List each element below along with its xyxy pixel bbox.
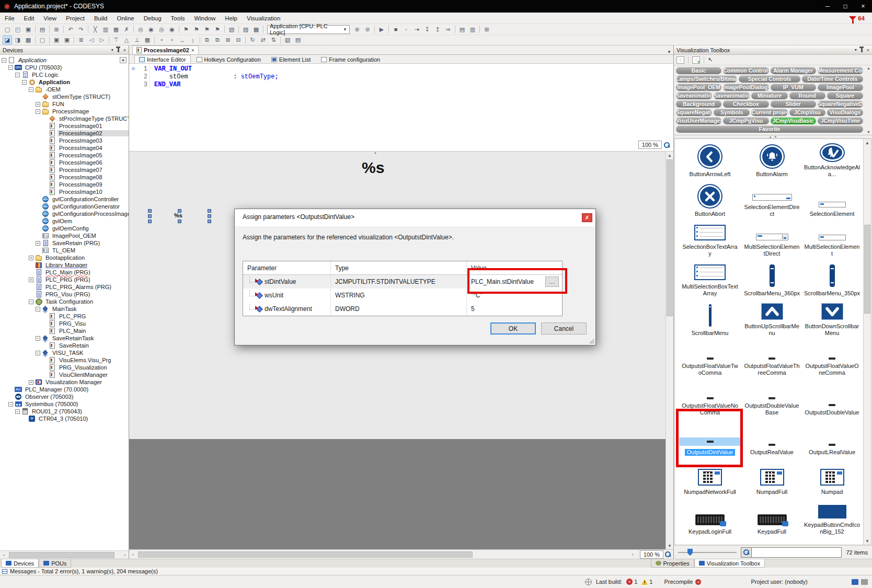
toolbox-item-selectionelementdirect[interactable]: SelectionElementDirect bbox=[742, 182, 802, 222]
print-icon[interactable]: ▤ bbox=[38, 25, 47, 34]
tree-item-imagepool-oem[interactable]: ImagePool_OEM bbox=[0, 232, 129, 239]
toolbox-item-numpad[interactable]: Numpad bbox=[802, 460, 862, 500]
tree-item-gvlconfigurationcontroller[interactable]: gvlConfigurationController bbox=[0, 195, 129, 203]
bottom-tab-visualization-toolbox[interactable]: Visualization Toolbox bbox=[694, 559, 765, 568]
delete-icon[interactable]: ✗ bbox=[122, 25, 131, 34]
stop-icon[interactable]: ■ bbox=[391, 25, 400, 34]
scroll-left-icon[interactable]: ‹ bbox=[129, 551, 137, 558]
ungroup-icon[interactable]: ▣ bbox=[62, 36, 72, 44]
parameter-row[interactable]: wsUnitWSTRING"°C" bbox=[243, 289, 562, 302]
flip-h-icon[interactable]: ⇄ bbox=[258, 36, 268, 44]
category-squarenegativegrey[interactable]: SquareNegativeGrey bbox=[676, 109, 712, 116]
tree-item-task-configuration[interactable]: −Task Configuration bbox=[0, 298, 129, 305]
tree-item-processimage08[interactable]: ProcessImage08 bbox=[0, 174, 129, 181]
panel-menu-icon[interactable]: ▾ bbox=[855, 48, 857, 52]
toolbox-item-buttondownscrollbarmenu[interactable]: ButtonDownScrollbarMenu bbox=[802, 301, 862, 341]
logout-icon[interactable]: ⊘ bbox=[363, 25, 372, 34]
toolbox-item-partial[interactable] bbox=[742, 539, 802, 545]
category-square[interactable]: Square bbox=[827, 92, 863, 99]
parameter-value[interactable]: "°C" bbox=[467, 289, 562, 302]
menu-item-build[interactable]: Build bbox=[89, 15, 112, 21]
toolbox-item-numpadnetworkfull[interactable]: NumpadNetworkFull bbox=[678, 460, 742, 500]
start-icon[interactable]: ▶ bbox=[377, 25, 386, 34]
tree-item-visualization-manager[interactable]: +Visualization Manager bbox=[0, 378, 129, 386]
save-icon[interactable]: ▣ bbox=[24, 25, 33, 34]
subtab-frame-configuration[interactable]: Frame configuration bbox=[316, 55, 385, 63]
expand-icon[interactable]: + bbox=[36, 102, 40, 107]
step-out-icon[interactable]: ↥ bbox=[433, 25, 442, 34]
tree-item-plc-prg-prg-[interactable]: +PLC_PRG (PRG) bbox=[0, 276, 129, 283]
subtab-hotkeys-configuration[interactable]: Hotkeys Configuration bbox=[192, 55, 266, 63]
order-front-icon[interactable]: ⧉ bbox=[202, 36, 212, 44]
clear-bookmarks-icon[interactable]: ⚑ bbox=[213, 25, 222, 34]
tree-item-processimage01[interactable]: ProcessImage01 bbox=[0, 122, 129, 130]
replace-in-project-icon[interactable]: ◉ bbox=[167, 25, 177, 34]
icon-size-slider[interactable] bbox=[678, 549, 737, 556]
next-bookmark-icon[interactable]: ⚑ bbox=[202, 25, 212, 34]
bottom-tab-properties[interactable]: Properties bbox=[651, 559, 694, 568]
ok-button[interactable]: OK bbox=[490, 322, 536, 335]
visu-pan-icon[interactable]: ◨ bbox=[13, 36, 22, 44]
toolbox-item-selectionboxtextarray[interactable]: SelectionBoxTextArray bbox=[678, 222, 742, 261]
tree-item-plc-main[interactable]: PLC_Main bbox=[0, 327, 129, 335]
category-slider[interactable]: Slider bbox=[771, 100, 816, 108]
toolbox-item-scrollbarmenu-350px[interactable]: ScrollbarMenu_350px bbox=[802, 261, 862, 301]
toolbox-item-multiselectionelementdirect[interactable]: MultiSelectionElementDirect bbox=[742, 222, 802, 261]
tree-item-prg-visu[interactable]: PRG_Visu bbox=[0, 320, 129, 327]
messages-bar[interactable]: Messages - Total 2 error(s), 1 warning(s… bbox=[0, 568, 872, 575]
category-current-project[interactable]: Current project bbox=[751, 109, 787, 116]
toolbox-item-outputstdoublevalue[interactable]: OutputstDoubleValue bbox=[802, 381, 862, 420]
category-round[interactable]: Round bbox=[789, 92, 825, 99]
category-visuusermanagement[interactable]: VisuUserManagement bbox=[676, 117, 721, 124]
category-alarm-manager[interactable]: Alarm Manager bbox=[771, 67, 816, 74]
toolbox-item-outputlrealvalue[interactable]: OutputLRealValue bbox=[802, 420, 862, 460]
collapse-icon[interactable]: − bbox=[29, 87, 33, 92]
open-file-icon[interactable]: ◰ bbox=[13, 25, 22, 34]
tree-item-processimage05[interactable]: ProcessImage05 bbox=[0, 152, 129, 159]
category-visudialogs[interactable]: VisuDialogs bbox=[827, 109, 863, 116]
toolbox-item-buttonacknowledgeala-[interactable]: ButtonAcknowledgeAla... bbox=[802, 142, 862, 182]
tree-item-fun[interactable]: +FUN bbox=[0, 100, 129, 108]
toolbox-item-partial[interactable] bbox=[802, 539, 862, 545]
menu-item-visualization[interactable]: Visualization bbox=[242, 15, 285, 21]
tree-item-plc-logic[interactable]: −PLC Logic bbox=[0, 71, 129, 78]
run-to-cursor-icon[interactable]: ⇒ bbox=[443, 25, 453, 34]
replace-icon[interactable]: ◉ bbox=[146, 25, 156, 34]
interface-icon[interactable]: ▤ bbox=[293, 36, 303, 44]
group-icon[interactable]: ▣ bbox=[52, 36, 61, 44]
expand-icon[interactable]: + bbox=[29, 256, 33, 260]
tree-item-plc-prg-alarms-prg-[interactable]: PLC_PRG_Alarms (PRG) bbox=[0, 283, 129, 291]
same-width-icon[interactable]: ↔ bbox=[178, 36, 187, 44]
category-imagepool[interactable]: ImagePool bbox=[818, 84, 863, 91]
dialog-resize-grip[interactable] bbox=[589, 339, 594, 344]
paste-icon[interactable]: ▦ bbox=[111, 25, 121, 34]
collapse-icon[interactable]: − bbox=[15, 73, 20, 77]
toolbox-item-keypadfull[interactable]: KeypadFull bbox=[742, 500, 802, 539]
align-middle-icon[interactable]: △ bbox=[122, 36, 131, 44]
tree-item-gvloem[interactable]: gvlOem bbox=[0, 217, 129, 225]
select-tool-icon[interactable]: ↖ bbox=[708, 56, 713, 63]
collapse-icon[interactable]: − bbox=[36, 307, 40, 312]
same-height-icon[interactable]: ↕ bbox=[188, 36, 198, 44]
collapse-icon[interactable]: − bbox=[15, 409, 20, 414]
single-cycle-icon[interactable]: ◦ bbox=[401, 25, 411, 34]
menu-item-edit[interactable]: Edit bbox=[19, 15, 39, 21]
selected-visual-element[interactable]: %s bbox=[148, 209, 211, 223]
tree-item-application[interactable]: −Application bbox=[0, 78, 129, 86]
visu-grid-icon[interactable]: ▩ bbox=[24, 36, 33, 44]
tree-item-visuelems-visu-prg[interactable]: VisuElems.Visu_Prg bbox=[0, 356, 129, 364]
category-saveanimationround[interactable]: SaveanimationRound bbox=[676, 92, 712, 99]
dialog-title-bar[interactable]: Assign parameters <OutputstDintValue> ✗ bbox=[235, 209, 595, 226]
category-jcmppgvisu[interactable]: JCmpPgVisu bbox=[723, 117, 768, 124]
tree-item-visu-task[interactable]: −VISU_TASK bbox=[0, 349, 129, 356]
editor-zoom-level[interactable]: 100 % bbox=[638, 141, 662, 149]
tree-item-observer-705003-[interactable]: Observer (705003) bbox=[0, 393, 129, 400]
collapse-icon[interactable]: − bbox=[8, 65, 13, 70]
parameter-value[interactable]: 5 bbox=[467, 302, 562, 316]
panel-menu-icon[interactable]: ▾ bbox=[111, 48, 113, 52]
category-checkbox[interactable]: Checkbox bbox=[723, 100, 768, 108]
tree-item-plc-manager-70-0000-[interactable]: PLCPLC_Manager (70.0000) bbox=[0, 386, 129, 393]
canvas-hscrollbar[interactable]: ‹ › 100 % bbox=[129, 549, 673, 559]
align-center-icon[interactable]: ◁ bbox=[87, 36, 96, 44]
tree-item-processimage02[interactable]: ProcessImage02 bbox=[0, 130, 129, 137]
